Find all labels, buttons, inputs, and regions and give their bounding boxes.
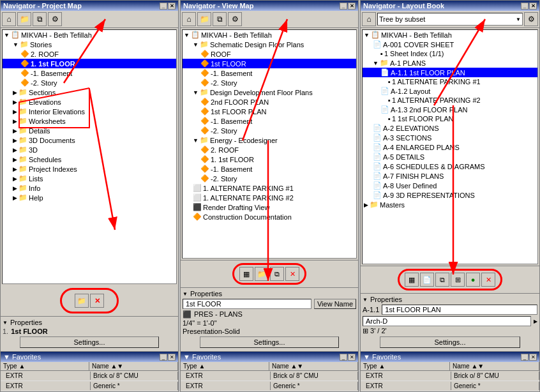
delete-btn[interactable]: ✕: [90, 294, 104, 308]
view-e-story[interactable]: 🔶 -2. Story: [183, 174, 356, 183]
tree-item-roof[interactable]: 🔶 2. ROOF: [3, 49, 176, 59]
lb-new-master-btn[interactable]: ▦: [405, 273, 419, 287]
settings-button-middle[interactable]: Settings...: [200, 336, 339, 348]
folder-open-btn[interactable]: 📁: [17, 12, 31, 26]
layout-book-tree[interactable]: ▼ 📋 MIKVAH - Beth Tefillah 📄 A-001 COVER…: [362, 29, 538, 264]
fav-row-2-left[interactable]: EXTR Generic *: [1, 381, 178, 391]
combo-dropdown-icon[interactable]: ▼: [516, 17, 521, 22]
lb-cover[interactable]: 📄 A-001 COVER SHEET: [363, 40, 537, 49]
view-schematic[interactable]: ▼ 📁 Schematic Design Floor Plans: [183, 40, 356, 49]
lb-alt-p1[interactable]: ▪ 1 ALTERNATE PARKING #1: [363, 77, 537, 86]
layout-settings-btn[interactable]: ⚙: [524, 12, 538, 26]
fav-row-1-left[interactable]: EXTR Brick o/ 8" CMU: [1, 371, 178, 381]
settings-btn[interactable]: ⚙: [48, 12, 62, 26]
tree-item-details[interactable]: ▶ 📁 Details: [3, 126, 176, 135]
lb-alt-p2[interactable]: ▪ 1 ALTERNATE PARKING #2: [363, 96, 537, 105]
lb-copy-btn[interactable]: ⧉: [435, 273, 449, 287]
lb-a1-plans[interactable]: ▼ 📁 A-1 PLANS: [363, 58, 537, 68]
view-map-tree[interactable]: ▼ 📋 MIKVAH - Beth Tefillah ▼ 📁 Schematic…: [182, 29, 357, 259]
lb-a5[interactable]: 📄 A-5 DETAILS: [363, 152, 537, 162]
tree-item-schedules[interactable]: ▶ 📁 Schedules: [3, 155, 176, 164]
tree-item-basement[interactable]: 🔶 -1. Basement: [3, 68, 176, 78]
lb-a7[interactable]: 📄 A-7 FINISH PLANS: [363, 171, 537, 181]
view-name-btn[interactable]: View Name: [314, 299, 356, 309]
settings-button-right[interactable]: Settings...: [380, 336, 520, 348]
lb-a11[interactable]: 📄 A-1.1 1st FLOOR PLAN: [363, 68, 537, 77]
tree-item-help[interactable]: ▶ 📁 Help: [3, 193, 176, 202]
view-1st-floor[interactable]: 🔶 1st FLOOR: [183, 59, 356, 68]
view-energy[interactable]: ▼ 📁 Energy - Ecodesigner: [183, 135, 356, 145]
panel-pin-btn[interactable]: _: [160, 3, 167, 10]
tree-item-3d-docs[interactable]: ▶ 📁 3D Documents: [3, 135, 176, 145]
view-1st-fp[interactable]: 🔶 1st FLOOR PLAN: [183, 107, 356, 116]
view-e-1st[interactable]: 🔶 1. 1st FLOOR: [183, 155, 356, 164]
view-alt2[interactable]: ⬜ 1. ALTERNATE PARKING #2: [183, 193, 356, 202]
view-roof[interactable]: 🔶 ROOF: [183, 49, 356, 59]
tree-item-interior-elevations[interactable]: ▶ 📁 Interior Elevations: [3, 107, 176, 116]
tree-item-elevations[interactable]: ▶ 📁 Elevations: [3, 97, 176, 107]
lb-green-btn[interactable]: ●: [466, 273, 480, 287]
home-btn[interactable]: ⌂: [2, 12, 16, 26]
view-new-folder-btn[interactable]: 📁: [255, 267, 269, 281]
fav-close-btn-mid[interactable]: ✕: [348, 354, 356, 361]
view-dd-story[interactable]: 🔶 -2. Story: [183, 126, 356, 135]
settings-button-left[interactable]: Settings...: [20, 336, 159, 348]
lb-sheet-index[interactable]: ▪ 1 Sheet Index (1/1): [363, 49, 537, 58]
tree-item-lists[interactable]: ▶ 📁 Lists: [3, 174, 176, 183]
layout-home-btn[interactable]: ⌂: [362, 12, 376, 26]
tree-item-stories[interactable]: ▼ 📁 Stories: [3, 40, 176, 49]
view-copy-btn[interactable]: ⧉: [270, 267, 284, 281]
view-2nd-fp[interactable]: 🔶 2nd FLOOR PLAN: [183, 97, 356, 107]
tree-item-worksheets[interactable]: ▶ 📁 Worksheets: [3, 116, 176, 126]
tree-item-1st-floor[interactable]: 🔶 1. 1st FLOOR: [3, 59, 176, 68]
layout-close-btn[interactable]: ✕: [529, 3, 537, 10]
fav-close-btn-left[interactable]: ✕: [168, 354, 176, 361]
fav-row-2-mid[interactable]: EXTR Generic *: [181, 381, 358, 391]
tree-item-sections[interactable]: ▶ 📁 Sections: [3, 87, 176, 97]
fav-row-2-right[interactable]: EXTR Generic *: [361, 381, 539, 391]
copy-btn[interactable]: ⧉: [33, 12, 47, 26]
lb-settings2-btn[interactable]: ⊞: [451, 273, 465, 287]
view-dd[interactable]: ▼ 📁 Design Development Floor Plans: [183, 87, 356, 97]
view-render[interactable]: ⬛ Render Drafting View: [183, 202, 356, 212]
lb-1st-fp[interactable]: ▪ 1 1st FLOOR PLAN: [363, 114, 537, 123]
lb-a4[interactable]: 📄 A-4 ENLARGED PLANS: [363, 142, 537, 152]
fav-pin-btn-mid[interactable]: _: [340, 354, 347, 361]
view-map-copy-btn[interactable]: ⧉: [213, 12, 227, 26]
layout-pin-btn[interactable]: _: [521, 3, 529, 10]
fav-close-btn-right[interactable]: ✕: [529, 354, 537, 361]
project-map-tree[interactable]: ▼ 📋 MIKVAH - Beth Tefillah ▼ 📁 Stories 🔶…: [2, 29, 177, 284]
view-new-layout-btn[interactable]: ▦: [239, 267, 253, 281]
view-map-settings-btn[interactable]: ⚙: [228, 12, 242, 26]
tree-item-info[interactable]: ▶ 📁 Info: [3, 183, 176, 193]
tree-item-story-minus2[interactable]: 🔶 -2. Story: [3, 78, 176, 87]
lb-root[interactable]: ▼ 📋 MIKVAH - Beth Tefillah: [363, 30, 537, 40]
view-e-roof[interactable]: 🔶 2. ROOF: [183, 145, 356, 155]
view-root[interactable]: ▼ 📋 MIKVAH - Beth Tefillah: [183, 30, 356, 40]
lb-a6[interactable]: 📄 A-6 SCHEDULES & DIAGRAMS: [363, 162, 537, 171]
fav-pin-btn-right[interactable]: _: [521, 354, 529, 361]
lb-a13[interactable]: 📄 A-1.3 2nd FLOOR PLAN: [363, 105, 537, 114]
arch-dropdown-icon[interactable]: ▶: [534, 319, 537, 324]
view-dd-basement[interactable]: 🔶 -1. Basement: [183, 116, 356, 126]
lb-masters[interactable]: ▶ 📁 Masters: [363, 200, 537, 209]
lb-a2[interactable]: 📄 A-2 ELEVATIONS: [363, 123, 537, 133]
view-alt1[interactable]: ⬜ 1. ALTERNATE PARKING #1: [183, 183, 356, 193]
view-map-pin-btn[interactable]: _: [340, 3, 347, 10]
lb-delete-btn[interactable]: ✕: [481, 273, 495, 287]
panel-close-btn[interactable]: ✕: [168, 3, 176, 10]
view-delete-btn[interactable]: ✕: [285, 267, 299, 281]
lb-a12[interactable]: 📄 A-1.2 Layout: [363, 86, 537, 96]
tree-item-root[interactable]: ▼ 📋 MIKVAH - Beth Tefillah: [3, 30, 176, 40]
fav-row-1-mid[interactable]: EXTR Brick o/ 8" CMU: [181, 371, 358, 381]
view-construction[interactable]: 🔶 Construction Documentation: [183, 212, 356, 222]
fav-pin-btn-left[interactable]: _: [160, 354, 167, 361]
lb-a8[interactable]: 📄 A-8 User Defined: [363, 181, 537, 190]
view-basement[interactable]: 🔶 -1. Basement: [183, 68, 356, 78]
view-map-home-btn[interactable]: ⌂: [182, 12, 196, 26]
new-folder-btn[interactable]: 📁: [75, 294, 89, 308]
fav-row-1-right[interactable]: EXTR Brick o/ 8" CMU: [361, 371, 539, 381]
tree-item-3d[interactable]: ▶ 📁 3D: [3, 145, 176, 155]
view-story-m2[interactable]: 🔶 -2. Story: [183, 78, 356, 87]
lb-a3[interactable]: 📄 A-3 SECTIONS: [363, 133, 537, 142]
